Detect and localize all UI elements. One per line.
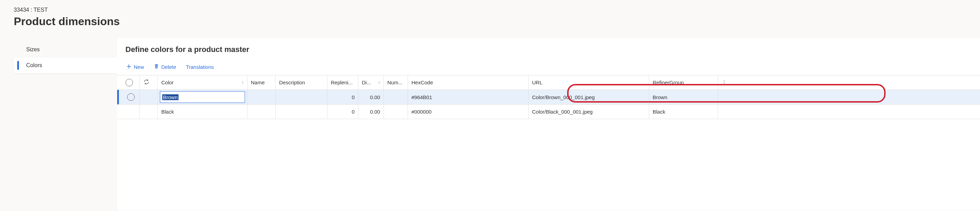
row-spacer [718,90,735,104]
radio-icon [127,93,135,101]
col-description-label: Description [279,79,305,86]
col-num-label: Num... [387,79,402,86]
cell-refinergroup[interactable]: Black [649,105,718,119]
col-hexcode-label: HexCode [411,79,433,86]
refresh-button[interactable] [140,75,158,89]
page-title: Product dimensions [14,15,980,28]
col-refinergroup[interactable]: RefinerGroup [649,75,718,89]
cell-refinergroup[interactable]: Brown [649,90,718,104]
grid-gutter [117,75,122,89]
grid: Color ↑ Name Description Repleni... Di..… [117,75,980,119]
col-color[interactable]: Color ↑ [158,75,247,89]
cell-hexcode[interactable]: #964B01 [408,90,528,104]
new-button[interactable]: New [126,62,145,71]
row-extra [140,105,158,119]
toolbar: New Delete Translations [117,62,980,75]
cell-hexcode[interactable]: #000000 [408,105,528,119]
cell-url[interactable]: Color/Black_000_001.jpeg [528,105,649,119]
plus-icon [126,63,132,70]
cell-replenishment[interactable]: 0 [327,90,358,104]
sidebar: Sizes Colors [14,38,117,73]
grid-gutter [117,90,122,104]
translations-button-label: Translations [186,64,214,70]
cell-color[interactable]: Black [158,105,247,119]
sidebar-item-label: Colors [26,62,42,68]
table-row[interactable]: Brown 0 0.00 #964B01 Color/Brown_000_001… [117,90,980,105]
sort-asc-icon: ↑ [378,80,380,85]
cell-num[interactable] [384,105,408,119]
main-panel: Define colors for a product master New D… [117,38,980,210]
col-url-label: URL [532,79,542,86]
cell-replenishment[interactable]: 0 [327,105,358,119]
cell-url[interactable]: Color/Brown_000_001.jpeg [528,90,649,104]
cell-num[interactable] [384,90,408,104]
trash-icon [154,63,159,70]
col-di-label: Di... [362,79,371,86]
delete-button-label: Delete [161,64,176,70]
refresh-icon [143,79,150,86]
col-url[interactable]: URL [528,75,649,89]
select-all-cell[interactable] [122,75,140,89]
grid-header-row: Color ↑ Name Description Repleni... Di..… [117,75,980,90]
sidebar-item-label: Sizes [26,46,40,52]
delete-button[interactable]: Delete [153,62,177,71]
translations-button[interactable]: Translations [185,63,214,71]
color-input[interactable]: Brown [160,91,245,103]
row-spacer [718,105,735,119]
col-replenishment[interactable]: Repleni... [327,75,358,89]
col-di[interactable]: Di... ↑ [358,75,384,89]
more-vertical-icon: ⋮ [722,79,727,86]
sort-asc-icon: ↑ [242,80,243,85]
row-extra [140,90,158,104]
section-title: Define colors for a product master [126,45,980,54]
cell-di[interactable]: 0.00 [358,105,384,119]
row-select[interactable] [122,90,140,104]
cell-description[interactable] [276,90,327,104]
new-button-label: New [134,64,144,70]
color-input-value: Brown [162,94,178,100]
col-refinergroup-label: RefinerGroup [653,79,684,86]
cell-di[interactable]: 0.00 [358,90,384,104]
cell-color[interactable]: Brown [158,90,247,104]
radio-icon [126,79,133,86]
col-name-label: Name [251,79,265,86]
col-name[interactable]: Name [247,75,276,89]
row-select[interactable] [122,105,140,119]
col-description[interactable]: Description [276,75,327,89]
cell-description[interactable] [276,105,327,119]
cell-name[interactable] [247,105,276,119]
col-color-label: Color [161,79,174,86]
sidebar-item-colors[interactable]: Colors [14,57,117,73]
grid-gutter [117,105,122,119]
sidebar-item-sizes[interactable]: Sizes [14,42,117,57]
table-row[interactable]: Black 0 0.00 #000000 Color/Black_000_001… [117,105,980,119]
col-hexcode[interactable]: HexCode [408,75,528,89]
cell-name[interactable] [247,90,276,104]
col-num[interactable]: Num... [384,75,408,89]
breadcrumb: 33434 : TEST [14,7,980,13]
col-replenishment-label: Repleni... [331,79,353,86]
grid-more-menu[interactable]: ⋮ [718,75,735,89]
